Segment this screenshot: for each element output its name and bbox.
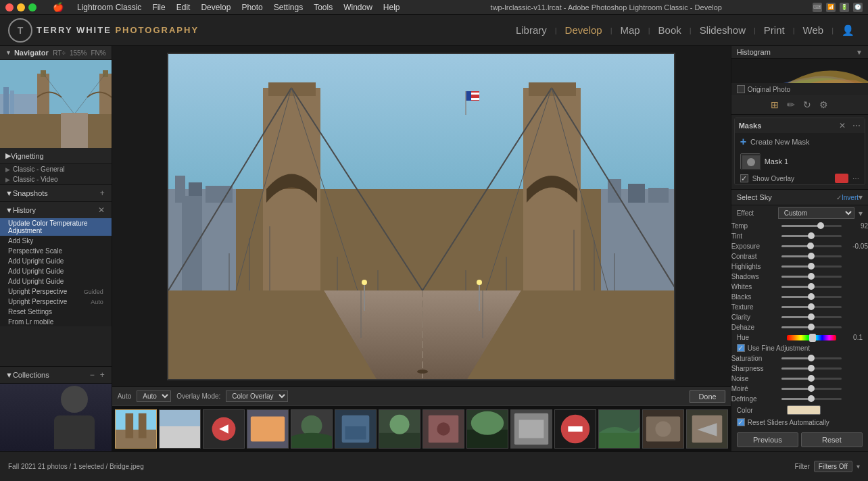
reset-auto-checkbox[interactable]: ✓	[737, 418, 745, 426]
filter-dropdown-icon[interactable]: ▾	[857, 463, 860, 470]
filmstrip-thumb-0[interactable]	[115, 409, 157, 449]
history-clear[interactable]: ✕	[97, 205, 106, 215]
nav-identity[interactable]: 👤	[836, 24, 860, 36]
history-item-0[interactable]: Update Color Temperature Adjustment	[0, 218, 112, 236]
overlay-color-swatch[interactable]	[835, 174, 848, 183]
whites-slider[interactable]	[781, 286, 842, 288]
filmstrip-thumb-5[interactable]	[335, 409, 377, 449]
saturation-slider[interactable]	[781, 357, 842, 359]
sharpness-slider[interactable]	[781, 368, 842, 370]
create-new-mask-button[interactable]: + Create New Mask	[735, 133, 865, 151]
nav-library[interactable]: Library	[510, 24, 552, 36]
tint-slider[interactable]	[781, 235, 842, 237]
nav-book[interactable]: Book	[653, 24, 687, 36]
temp-slider[interactable]	[781, 225, 842, 227]
menu-edit[interactable]: Edit	[176, 3, 191, 12]
vignetting-header[interactable]: ▶ Vignetting	[0, 148, 112, 163]
tab-heal[interactable]: ↻	[803, 99, 811, 110]
apple-menu[interactable]: 🍎	[53, 2, 64, 12]
select-sky-menu[interactable]: ▾	[859, 193, 863, 202]
nav-print[interactable]: Print	[758, 24, 790, 36]
collections-remove[interactable]: −	[89, 370, 96, 380]
nav-slideshow[interactable]: Slideshow	[694, 24, 751, 36]
menu-lightroom[interactable]: Lightroom Classic	[77, 3, 141, 12]
exposure-slider[interactable]	[781, 245, 842, 247]
history-item-8[interactable]: Reset Settings	[0, 307, 112, 317]
history-item-2[interactable]: Perspective Scale	[0, 246, 112, 256]
collections-add[interactable]: +	[99, 370, 106, 380]
snapshots-header[interactable]: ▼ Snapshots +	[0, 185, 112, 201]
filmstrip-thumb-4[interactable]	[291, 409, 333, 449]
minimize-button[interactable]	[17, 3, 25, 11]
dehaze-slider[interactable]	[781, 326, 842, 328]
auto-select[interactable]: Auto	[137, 390, 171, 402]
filmstrip-thumb-10[interactable]	[554, 409, 596, 449]
use-fine-checkbox[interactable]: ✓	[737, 344, 745, 352]
history-item-4[interactable]: Add Upright Guide	[0, 266, 112, 276]
menu-help[interactable]: Help	[383, 3, 400, 12]
contrast-slider[interactable]	[781, 255, 842, 257]
original-photo-checkbox[interactable]	[737, 85, 745, 93]
nav-map[interactable]: Map	[615, 24, 646, 36]
clarity-slider[interactable]	[781, 316, 842, 318]
noise-slider[interactable]	[781, 378, 842, 380]
reset-button[interactable]: Reset	[801, 432, 863, 447]
menu-settings[interactable]: Settings	[274, 3, 303, 12]
nav-develop[interactable]: Develop	[560, 24, 608, 36]
history-item-3[interactable]: Add Upright Guide	[0, 256, 112, 266]
fullscreen-button[interactable]	[28, 3, 37, 11]
nav-ctrl-3[interactable]: FN%	[91, 49, 105, 57]
overlay-mode-select[interactable]: Color Overlay	[226, 390, 288, 402]
hue-slider[interactable]	[787, 335, 836, 340]
done-button[interactable]: Done	[690, 390, 725, 403]
effect-dropdown-icon[interactable]: ▾	[859, 209, 863, 218]
filmstrip-thumb-8[interactable]	[466, 409, 508, 449]
tab-settings[interactable]: ⚙	[819, 99, 828, 110]
highlights-slider[interactable]	[781, 265, 842, 268]
history-item-6[interactable]: Upright Perspective Guided	[0, 286, 112, 297]
filmstrip-thumb-9[interactable]	[510, 409, 552, 449]
close-button[interactable]	[5, 3, 14, 11]
classic-video[interactable]: ▶ Classic - Video	[0, 174, 112, 184]
filmstrip-thumb-7[interactable]	[423, 409, 464, 449]
menu-file[interactable]: File	[152, 3, 165, 12]
navigator-header[interactable]: ▼ Navigator RT÷ 155% FN%	[0, 46, 112, 60]
menu-tools[interactable]: Tools	[314, 3, 333, 12]
nav-web[interactable]: Web	[798, 24, 829, 36]
tab-crop[interactable]: ⊞	[771, 99, 779, 110]
blacks-slider[interactable]	[781, 296, 842, 298]
shadows-slider[interactable]	[781, 276, 842, 278]
texture-slider[interactable]	[781, 306, 842, 308]
overlay-options[interactable]: ⋯	[852, 175, 859, 182]
snapshots-add[interactable]: +	[99, 188, 106, 198]
filmstrip-thumb-2[interactable]	[203, 409, 245, 449]
menu-window[interactable]: Window	[343, 3, 372, 12]
defringe-slider[interactable]	[781, 398, 842, 400]
filmstrip-thumb-11[interactable]	[598, 409, 640, 449]
filmstrip-thumb-13[interactable]	[686, 409, 728, 449]
filmstrip-thumb-6[interactable]	[379, 409, 420, 449]
histogram-chevron[interactable]: ▼	[856, 49, 863, 56]
previous-button[interactable]: Previous	[737, 432, 798, 447]
filmstrip-thumb-1[interactable]	[159, 409, 201, 449]
history-header[interactable]: ▼ History ✕	[0, 202, 112, 218]
tab-brush[interactable]: ✏	[787, 99, 795, 110]
history-item-5[interactable]: Add Upright Guide	[0, 276, 112, 286]
filmstrip-thumb-3[interactable]	[247, 409, 289, 449]
effect-select[interactable]: Custom	[778, 207, 854, 219]
show-overlay-checkbox[interactable]: ✓	[740, 174, 748, 182]
color-swatch[interactable]	[787, 405, 821, 415]
menu-develop[interactable]: Develop	[201, 3, 231, 12]
mask-panel-close[interactable]: ✕	[839, 121, 846, 130]
history-item-1[interactable]: Add Sky	[0, 236, 112, 246]
filmstrip-thumb-12[interactable]	[642, 409, 684, 449]
moire-slider[interactable]	[781, 388, 842, 390]
classic-general[interactable]: ▶ Classic - General	[0, 164, 112, 174]
menu-photo[interactable]: Photo	[241, 3, 262, 12]
nav-ctrl-1[interactable]: RT÷	[53, 49, 66, 57]
collections-header[interactable]: ▼ Collections − +	[0, 367, 112, 383]
nav-ctrl-2[interactable]: 155%	[70, 49, 87, 57]
main-image-area[interactable]	[112, 46, 731, 386]
history-item-7[interactable]: Upright Perspective Auto	[0, 297, 112, 307]
history-item-9[interactable]: From Lr mobile	[0, 317, 112, 326]
